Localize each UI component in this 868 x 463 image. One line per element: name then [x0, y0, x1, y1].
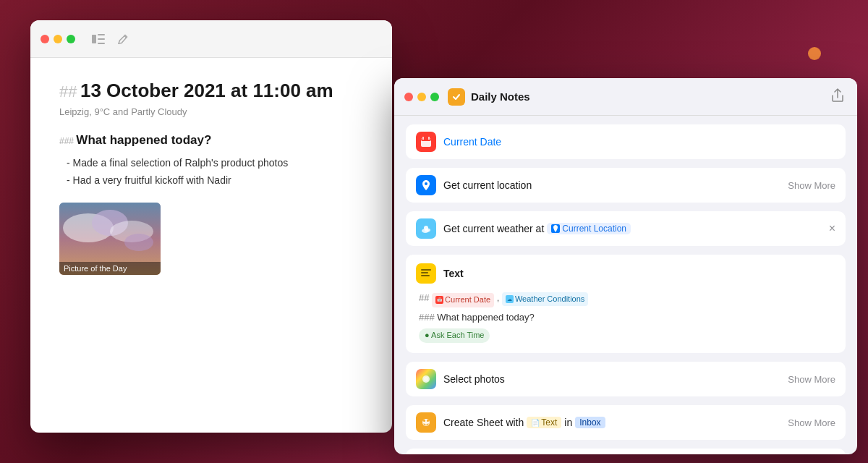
close-weather-button[interactable]: ×: [829, 222, 835, 235]
titlebar-actions: [91, 32, 130, 46]
compose-icon[interactable]: [116, 32, 130, 46]
shortcuts-window-title: Daily Notes: [471, 90, 530, 103]
action-get-location[interactable]: Get current location Show More: [406, 168, 846, 203]
location-icon: [416, 175, 436, 195]
section-title: What happened today?: [76, 133, 211, 147]
comma-separator: ,: [497, 292, 500, 303]
notes-date-heading: ## 13 October 2021 at 11:00 am: [59, 80, 363, 102]
text-icon: [416, 263, 436, 284]
weather-icon: [416, 218, 436, 239]
svg-rect-0: [92, 35, 96, 43]
action-create-sheet[interactable]: Create Sheet with 📄 Text in Inbox Show M…: [406, 405, 846, 440]
notes-subtitle: Leipzig, 9°C and Partly Cloudy: [59, 106, 363, 117]
h3-text: What happened today?: [437, 312, 534, 323]
create-sheet-label: Create Sheet with 📄 Text in Inbox: [443, 417, 780, 428]
section-prefix: ###: [59, 136, 76, 146]
loc-tag-icon: [551, 224, 560, 233]
cal-tag-icon: 📅: [435, 296, 443, 304]
list-item: Made a final selection of Ralph's produc…: [67, 155, 363, 172]
share-icon[interactable]: [831, 88, 847, 106]
get-location-label: Get current location: [443, 179, 780, 191]
weather-tag-icon: ☁: [506, 295, 514, 303]
shortcuts-window: Daily Notes Current Date: [394, 78, 857, 454]
svg-rect-11: [421, 138, 431, 141]
text-line-2: ### What happened today?: [419, 310, 835, 326]
svg-point-22: [424, 377, 428, 381]
svg-rect-1: [98, 34, 105, 35]
action-current-date[interactable]: Current Date: [406, 124, 846, 159]
weather-conditions-tag: ☁ Weather Conditions: [502, 292, 588, 307]
notes-titlebar: [30, 20, 392, 58]
current-location-tag: Current Location: [547, 223, 631, 234]
svg-point-17: [425, 229, 430, 232]
shortcuts-titlebar: Daily Notes: [394, 78, 857, 116]
shortcuts-maximize-button[interactable]: [430, 93, 439, 101]
notes-window: ## 13 October 2021 at 11:00 am Leipzig, …: [30, 20, 392, 433]
svg-point-14: [425, 182, 427, 185]
shortcuts-app-icon: [448, 88, 465, 106]
current-location-label: Current Location: [562, 224, 626, 234]
shortcuts-body: Current Date Get current location Show M…: [394, 116, 857, 454]
action-add-photos[interactable]: Add 🌅 Photos to 🐻 Created Sheet Show Mor…: [406, 449, 846, 454]
photos-icon: [416, 369, 436, 389]
svg-rect-2: [98, 38, 105, 40]
image-caption: Picture of the Day: [59, 262, 161, 275]
shortcuts-title-area: Daily Notes: [448, 88, 530, 106]
list-item: Had a very fruitful kickoff with Nadir: [67, 172, 363, 190]
action-get-weather[interactable]: Get current weather at Current Location …: [406, 211, 846, 246]
weather-conditions-label: Weather Conditions: [515, 293, 584, 306]
notes-section-heading: ### What happened today?: [59, 133, 363, 148]
text-action-title: Text: [443, 268, 464, 279]
svg-point-8: [124, 234, 153, 251]
text-action-body: ## 📅 Current Date , ☁ Weather Conditions…: [416, 291, 835, 343]
show-more-create-sheet[interactable]: Show More: [788, 417, 835, 428]
minimize-button[interactable]: [54, 35, 62, 43]
get-weather-label: Get current weather at Current Location: [443, 223, 822, 234]
svg-point-25: [427, 420, 429, 422]
svg-point-24: [423, 420, 425, 422]
bg-decoration: [808, 47, 821, 60]
notes-image: Picture of the Day: [59, 203, 161, 275]
svg-rect-9: [451, 91, 462, 103]
hash-prefix: ##: [419, 292, 432, 303]
traffic-lights: [41, 35, 75, 43]
h3-prefix: ###: [419, 312, 437, 323]
maximize-button[interactable]: [67, 35, 75, 43]
text-tag: 📄 Text: [527, 417, 561, 428]
text-line-3: ● Ask Each Time: [419, 328, 835, 343]
date-prefix: ##: [59, 82, 77, 101]
shortcuts-minimize-button[interactable]: [417, 93, 426, 101]
svg-rect-3: [98, 43, 105, 44]
shortcuts-close-button[interactable]: [404, 93, 413, 101]
show-more-photos[interactable]: Show More: [788, 374, 835, 385]
note-title: 13 October 2021 at 11:00 am: [80, 80, 333, 101]
ask-each-time-tag: ● Ask Each Time: [419, 328, 490, 343]
bear-create-icon: [416, 412, 436, 433]
current-date-tag-label: Current Date: [445, 294, 490, 307]
action-select-photos[interactable]: Select photos Show More: [406, 362, 846, 396]
notes-list: Made a final selection of Ralph's produc…: [67, 155, 363, 190]
svg-rect-20: [421, 275, 430, 276]
show-more-location[interactable]: Show More: [788, 180, 835, 191]
sidebar-toggle-icon[interactable]: [91, 32, 106, 46]
text-tag-icon: 📄: [531, 419, 540, 427]
close-button[interactable]: [41, 35, 49, 43]
current-date-tag: 📅 Current Date: [432, 293, 494, 307]
select-photos-label: Select photos: [443, 373, 780, 385]
action-text[interactable]: Text ## 📅 Current Date , ☁ Weather Condi…: [406, 255, 846, 353]
text-line-1: ## 📅 Current Date , ☁ Weather Conditions: [419, 291, 835, 307]
notes-content: ## 13 October 2021 at 11:00 am Leipzig, …: [30, 58, 392, 297]
svg-rect-18: [421, 269, 431, 271]
svg-rect-19: [421, 272, 428, 273]
current-date-label: Current Date: [443, 136, 835, 148]
shortcuts-traffic-lights: [404, 93, 439, 101]
calendar-icon: [416, 132, 436, 152]
inbox-tag: Inbox: [575, 417, 605, 428]
